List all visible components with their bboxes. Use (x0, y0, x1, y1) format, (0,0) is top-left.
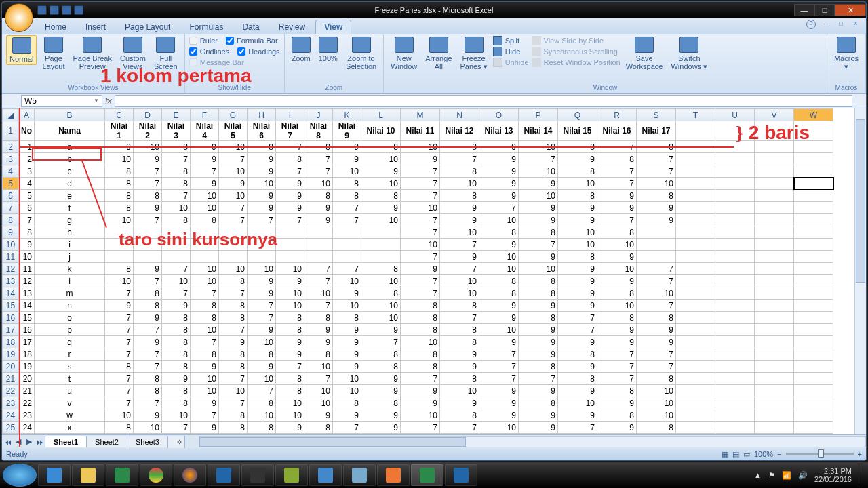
col-header-T[interactable]: T (676, 109, 715, 121)
tab-home[interactable]: Home (36, 20, 75, 34)
page-break-preview-button[interactable]: Page Break Preview (70, 35, 114, 72)
normal-view-button[interactable]: Normal (6, 35, 37, 65)
task-app6[interactable] (343, 464, 376, 486)
formula-bar[interactable] (115, 95, 852, 107)
tray-network-icon[interactable]: 📶 (782, 471, 791, 480)
col-header-F[interactable]: F (191, 109, 219, 121)
tab-insert[interactable]: Insert (77, 20, 115, 34)
tray-flag-icon[interactable]: ⚑ (768, 471, 775, 480)
macros-button[interactable]: Macros ▾ (831, 35, 861, 72)
prev-sheet-button[interactable]: ◀ (13, 437, 24, 446)
tab-review[interactable]: Review (270, 20, 314, 34)
task-ie[interactable] (38, 464, 71, 486)
close-button[interactable]: ✕ (835, 4, 866, 16)
last-sheet-button[interactable]: ⏭ (35, 438, 45, 446)
minimize-button[interactable]: — (794, 4, 814, 16)
unhide-button[interactable]: Unhide (493, 57, 529, 68)
zoom-selection-button[interactable]: Zoom to Selection (343, 35, 379, 72)
arrange-all-button[interactable]: Arrange All (422, 35, 454, 72)
col-header-G[interactable]: G (219, 109, 248, 121)
hide-button[interactable]: Hide (493, 46, 529, 57)
col-header-N[interactable]: N (440, 109, 479, 121)
col-header-E[interactable]: E (162, 109, 191, 121)
new-window-button[interactable]: New Window (388, 35, 420, 72)
sheet-tab-1[interactable]: Sheet1 (45, 436, 87, 447)
col-header-V[interactable]: V (755, 109, 794, 121)
task-chrome[interactable] (140, 464, 172, 486)
help-icon[interactable]: ? (806, 20, 816, 29)
maximize-button[interactable]: □ (814, 4, 835, 16)
col-header-L[interactable]: L (361, 109, 401, 121)
col-header-P[interactable]: P (519, 109, 558, 121)
view-page-icon[interactable]: ▤ (732, 450, 739, 459)
zoom-button[interactable]: Zoom (289, 35, 313, 64)
task-app5[interactable] (309, 464, 342, 486)
col-header-K[interactable]: K (333, 109, 361, 121)
col-header-I[interactable]: I (276, 109, 304, 121)
horizontal-scrollbar[interactable] (199, 436, 866, 447)
full-screen-button[interactable]: Full Screen (151, 35, 180, 72)
task-app7[interactable] (377, 464, 410, 486)
save-workspace-button[interactable]: Save Workspace (623, 35, 666, 72)
view-break-icon[interactable]: ▭ (743, 450, 750, 459)
zoom-100-button[interactable]: 100% (316, 35, 340, 64)
zoom-out-button[interactable]: − (777, 450, 781, 458)
minimize-ribbon-icon[interactable]: – (821, 20, 831, 29)
col-header-D[interactable]: D (134, 109, 162, 121)
tray-sound-icon[interactable]: 🔊 (798, 471, 808, 480)
tab-data[interactable]: Data (233, 20, 268, 34)
zoom-slider[interactable] (786, 453, 854, 455)
custom-views-button[interactable]: Custom Views (117, 35, 149, 72)
task-app2[interactable] (208, 464, 240, 486)
freeze-panes-button[interactable]: Freeze Panes ▾ (457, 35, 490, 72)
qat-print-icon[interactable] (74, 5, 83, 15)
tray-up-icon[interactable]: ▲ (754, 471, 762, 479)
task-app3[interactable] (241, 464, 274, 486)
show-desktop-button[interactable] (859, 464, 865, 487)
quick-access-toolbar[interactable] (37, 5, 83, 15)
task-app1[interactable] (106, 464, 138, 486)
col-header-U[interactable]: U (715, 109, 755, 121)
switch-windows-button[interactable]: Switch Windows ▾ (668, 35, 710, 72)
tab-page-layout[interactable]: Page Layout (116, 20, 179, 34)
task-app8[interactable] (445, 464, 477, 486)
clock-time[interactable]: 2:31 PM (814, 467, 852, 475)
worksheet-grid[interactable]: ◢ABCDEFGHIJKLMNOPQRSTUVW1NoNamaNilai 1Ni… (2, 108, 866, 434)
clock-date[interactable]: 22/01/2016 (814, 475, 852, 483)
col-header-O[interactable]: O (479, 109, 519, 121)
task-firefox[interactable] (174, 464, 206, 486)
col-header-J[interactable]: J (304, 109, 333, 121)
task-excel[interactable] (411, 464, 443, 486)
zoom-level[interactable]: 100% (754, 450, 773, 458)
fx-icon[interactable]: fx (102, 96, 115, 106)
first-sheet-button[interactable]: ⏮ (2, 438, 13, 446)
close-workbook-icon[interactable]: × (851, 20, 861, 29)
qat-redo-icon[interactable] (62, 5, 71, 15)
new-sheet-button[interactable]: ✧ (167, 436, 185, 448)
headings-checkbox[interactable]: Headings (237, 46, 279, 57)
col-header-A[interactable]: A (19, 109, 35, 121)
zoom-in-button[interactable]: + (858, 450, 862, 458)
view-normal-icon[interactable]: ▦ (722, 450, 728, 459)
split-button[interactable]: Split (493, 35, 529, 46)
col-header-Q[interactable]: Q (558, 109, 597, 121)
formula-bar-checkbox[interactable]: Formula Bar (226, 35, 278, 46)
col-header-S[interactable]: S (637, 109, 676, 121)
col-header-H[interactable]: H (248, 109, 276, 121)
restore-window-icon[interactable]: □ (836, 20, 846, 29)
col-header-B[interactable]: B (35, 109, 105, 121)
col-header-W[interactable]: W (794, 109, 833, 121)
task-explorer[interactable] (72, 464, 104, 486)
col-header-C[interactable]: C (105, 109, 134, 121)
col-header-R[interactable]: R (597, 109, 637, 121)
page-layout-button[interactable]: Page Layout (39, 35, 67, 72)
sheet-tab-2[interactable]: Sheet2 (86, 436, 127, 447)
dropdown-icon[interactable]: ▼ (94, 98, 99, 104)
col-header-M[interactable]: M (401, 109, 440, 121)
office-button[interactable] (5, 3, 33, 32)
qat-undo-icon[interactable] (50, 5, 59, 15)
start-button[interactable] (3, 464, 37, 487)
gridlines-checkbox[interactable]: Gridlines (189, 46, 229, 57)
ruler-checkbox[interactable]: Ruler (189, 35, 218, 46)
task-app4[interactable] (275, 464, 308, 486)
